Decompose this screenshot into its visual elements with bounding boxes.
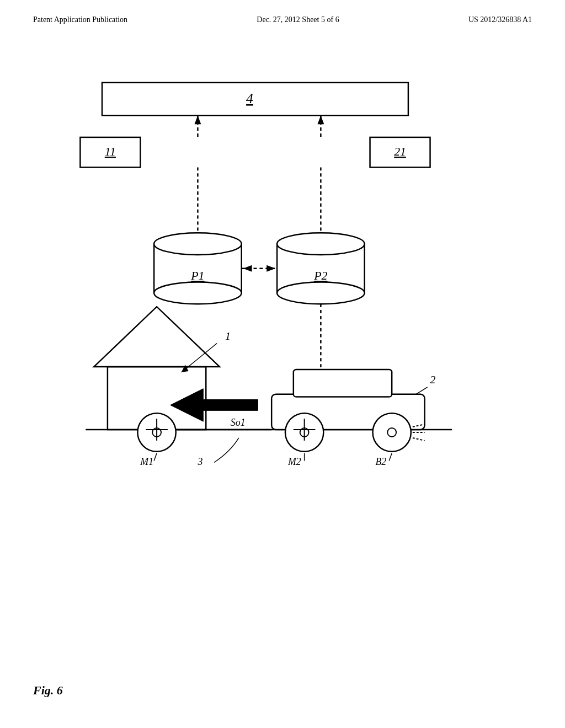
label-2: 2: [430, 373, 436, 386]
label-3: 3: [197, 456, 202, 467]
label-P2: P2: [313, 269, 327, 282]
cylinder-P2-bottom: [277, 282, 365, 304]
header-date-sheet: Dec. 27, 2012 Sheet 5 of 6: [257, 15, 339, 24]
header-patent-number: US 2012/326838 A1: [468, 15, 532, 24]
label-P1: P1: [190, 269, 204, 282]
arrowhead-up-right: [317, 115, 324, 124]
label-M1: M1: [140, 456, 153, 467]
box-4: [102, 83, 408, 115]
cylinder-P2-top: [277, 233, 365, 255]
label-M2: M2: [287, 456, 301, 467]
arrowhead-right-P2: [266, 265, 275, 272]
diagram-svg: 4 11 21 P1 P2 1 2: [33, 72, 532, 673]
label-21: 21: [394, 145, 406, 158]
arrowhead-left-P1: [243, 265, 252, 272]
wheel-B2-dots-3: [413, 438, 425, 441]
label-B2: B2: [375, 456, 386, 467]
cylinder-P1-top: [154, 233, 242, 255]
line-M1-label: [154, 453, 157, 461]
label-4: 4: [246, 90, 253, 106]
header-publication-type: Patent Application Publication: [33, 15, 127, 24]
label-11: 11: [105, 145, 116, 158]
house-roof: [94, 307, 220, 367]
wheel-B2-hub: [387, 428, 396, 437]
arrowhead-curve-1: [182, 365, 189, 372]
arrowhead-up-left: [194, 115, 201, 124]
figure-label: Fig. 6: [33, 683, 63, 698]
cylinder-P1-bottom: [154, 282, 242, 304]
line-B2-label: [389, 453, 392, 461]
curve-3: [214, 438, 239, 463]
car-top: [294, 370, 392, 397]
label-So1: So1: [231, 417, 246, 428]
label-1: 1: [225, 330, 231, 342]
diagram-area: 4 11 21 P1 P2 1 2: [33, 72, 532, 673]
page-header: Patent Application Publication Dec. 27, …: [0, 0, 565, 24]
